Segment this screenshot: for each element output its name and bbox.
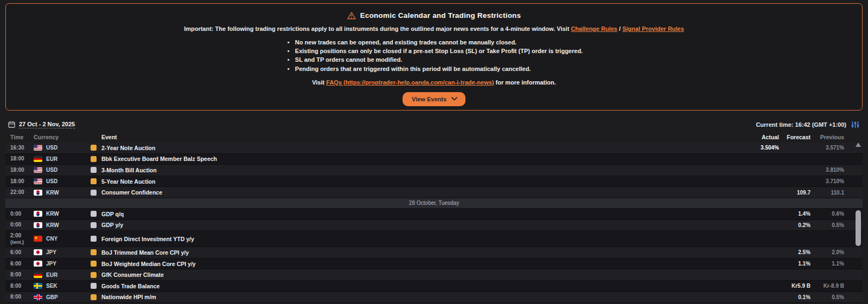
- event-name: Foreign Direct Investment YTD y/y: [101, 236, 730, 242]
- event-currency: KRW: [34, 222, 84, 228]
- banner-title-row: Economic Calendar and Trading Restrictio…: [6, 11, 862, 20]
- currency-code: JPY: [46, 249, 56, 255]
- event-currency: KRW: [34, 190, 84, 196]
- banner-title: Economic Calendar and Trading Restrictio…: [360, 11, 521, 20]
- faq-link[interactable]: FAQs (https://proptrader-help.oanda.com/…: [326, 79, 494, 86]
- warning-icon: [347, 12, 356, 20]
- restriction-bullet: SL and TP orders cannot be modified.: [285, 55, 583, 64]
- event-time: 8:00: [5, 283, 34, 289]
- calendar-icon: [8, 121, 15, 128]
- currency-flag-icon: [34, 249, 42, 255]
- event-row[interactable]: 2:00(tent.)CNYForeign Direct Investment …: [5, 231, 863, 247]
- forecast-value: 2.5%: [779, 249, 810, 255]
- forecast-value: 0.1%: [779, 294, 810, 300]
- event-name: Nationwide HPI m/m: [101, 294, 730, 300]
- view-events-label: View Events: [412, 96, 446, 102]
- event-currency: JPY: [34, 249, 84, 255]
- event-time-value: 8:00: [10, 294, 34, 300]
- event-name: Consumer Confidence: [101, 189, 730, 196]
- event-currency: GBP: [34, 294, 84, 300]
- importance-icon: [91, 222, 97, 228]
- economic-calendar: 27 Oct - 2 Nov, 2025 Current time: 16:42…: [5, 117, 863, 304]
- date-range-group[interactable]: 27 Oct - 2 Nov, 2025: [8, 121, 75, 128]
- event-time-value: 18:00: [10, 156, 34, 161]
- forecast-value: 0.2%: [779, 222, 810, 228]
- importance-icon: [91, 294, 97, 300]
- event-time-value: 0:00: [10, 222, 34, 228]
- event-time-value: 8:00: [10, 272, 34, 277]
- event-row[interactable]: 16:30USD2-Year Note Auction3.504%3.571%: [5, 143, 863, 154]
- actual-value: 3.504%: [730, 145, 779, 151]
- trading-restrictions-banner: Economic Calendar and Trading Restrictio…: [5, 3, 863, 111]
- previous-value: 2.0%: [810, 249, 844, 255]
- column-header-time: Time: [5, 134, 34, 140]
- event-row[interactable]: 0:00KRWGDP q/q1.4%0.6%: [5, 209, 863, 220]
- currency-flag-icon: [34, 261, 42, 267]
- column-header-event: Event: [84, 134, 730, 140]
- date-range[interactable]: 27 Oct - 2 Nov, 2025: [19, 121, 75, 128]
- event-time-note: (tent.): [10, 240, 34, 245]
- event-time-value: 18:00: [10, 167, 34, 173]
- event-rows: 16:30USD2-Year Note Auction3.504%3.571%1…: [5, 143, 863, 303]
- event-name: BoJ Weighted Median Core CPI y/y: [101, 261, 730, 267]
- currency-code: USD: [46, 167, 58, 173]
- event-currency: USD: [34, 145, 84, 151]
- event-time: 18:00: [5, 167, 34, 173]
- event-time-value: 6:00: [10, 261, 34, 267]
- challenge-rules-link[interactable]: Challenge Rules: [571, 25, 617, 32]
- event-row[interactable]: 18:00EURBbk Executive Board Member Balz …: [5, 154, 863, 165]
- previous-value: 0.5%: [810, 294, 844, 300]
- currency-flag-icon: [34, 294, 42, 300]
- event-time-value: 18:00: [10, 179, 34, 184]
- event-row[interactable]: 18:00USD3-Month Bill Auction3.810%: [5, 165, 863, 176]
- forecast-value: Kr5.9 B: [779, 283, 810, 289]
- column-header-currency: Currency: [34, 134, 84, 140]
- event-time: 18:00: [5, 156, 34, 161]
- event-row[interactable]: 18:00USD5-Year Note Auction3.710%: [5, 176, 863, 187]
- currency-code: GBP: [46, 294, 58, 300]
- event-currency: SEK: [34, 283, 84, 289]
- scrollbar: [855, 141, 861, 303]
- currency-code: USD: [46, 145, 58, 151]
- event-currency: JPY: [34, 261, 84, 267]
- importance-icon: [91, 167, 97, 173]
- event-time: 8:00: [5, 272, 34, 277]
- scrollbar-thumb[interactable]: [856, 210, 861, 246]
- table-header-row: Time Currency Event Actual Forecast Prev…: [5, 132, 863, 143]
- event-time: 2:00(tent.): [5, 233, 34, 245]
- scrollbar-up-arrow[interactable]: [856, 143, 861, 147]
- currency-flag-icon: [34, 190, 42, 196]
- signal-provider-rules-link[interactable]: Signal Provider Rules: [622, 25, 684, 32]
- previous-value: 3.571%: [810, 145, 844, 151]
- importance-icon: [91, 211, 97, 217]
- column-header-previous: Previous: [810, 134, 844, 140]
- event-row[interactable]: 6:00JPYBoJ Trimmed Mean Core CPI y/y2.5%…: [5, 247, 863, 258]
- importance-icon: [91, 178, 97, 184]
- chevron-down-icon: [451, 97, 457, 101]
- currency-flag-icon: [34, 222, 42, 228]
- currency-code: EUR: [46, 156, 58, 162]
- event-row[interactable]: 8:00SEKGoods Trade BalanceKr5.9 BKr-8.9 …: [5, 281, 863, 292]
- event-row[interactable]: 0:00KRWGDP y/y0.2%0.5%: [5, 220, 863, 231]
- currency-flag-icon: [34, 178, 42, 184]
- event-name: Goods Trade Balance: [101, 283, 730, 289]
- links-separator: /: [617, 25, 622, 32]
- previous-value: 3.810%: [810, 167, 844, 173]
- event-row[interactable]: 8:00EURGfK Consumer Climate: [5, 269, 863, 281]
- event-currency: USD: [34, 178, 84, 184]
- event-name: BoJ Trimmed Mean Core CPI y/y: [101, 249, 730, 256]
- view-events-button[interactable]: View Events: [403, 92, 465, 106]
- forecast-value: 109.7: [779, 190, 810, 196]
- importance-icon: [91, 236, 97, 242]
- currency-flag-icon: [34, 145, 42, 151]
- banner-bullets-wrap: No new trades can be opened, and existin…: [6, 38, 862, 73]
- filter-sliders-icon[interactable]: [851, 121, 859, 128]
- currency-flag-icon: [34, 236, 42, 242]
- restriction-bullet: Pending orders that are triggered within…: [285, 64, 583, 73]
- currency-flag-icon: [34, 272, 42, 278]
- event-row[interactable]: 22:00KRWConsumer Confidence109.7110.1: [5, 187, 863, 198]
- event-row[interactable]: 8:00GBPNationwide HPI m/m0.1%0.5%: [5, 292, 863, 303]
- previous-value: 0.6%: [810, 211, 844, 217]
- event-time: 6:00: [5, 261, 34, 267]
- event-row[interactable]: 6:00JPYBoJ Weighted Median Core CPI y/y1…: [5, 258, 863, 270]
